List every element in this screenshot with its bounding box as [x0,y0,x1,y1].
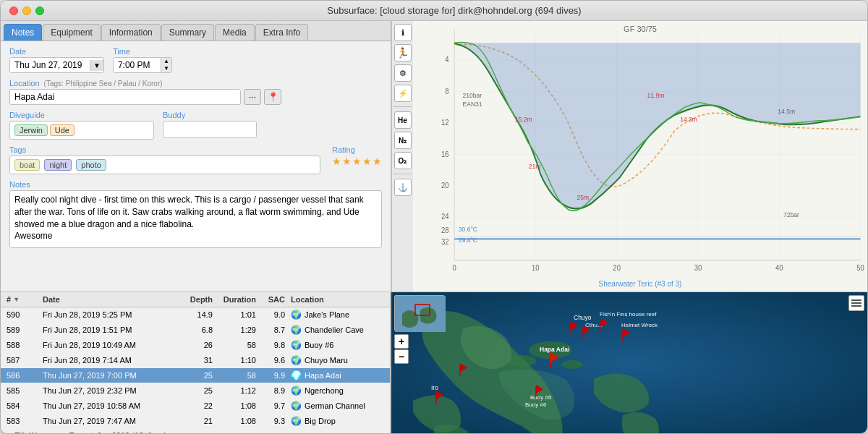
chart-section: ℹ 🏃 ⚙ ⚡ He N₂ O₂ ⚓ GF 30/75 [391,21,867,292]
rating-stars[interactable]: ★ ★ ★ ★ ★ [332,156,382,167]
svg-text:20: 20 [613,263,621,272]
dive-row-587[interactable]: 587 Fri Jun 28, 2019 7:14 AM 31 1:10 9.6… [1,353,390,368]
tab-notes[interactable]: Notes [4,24,42,41]
titlebar: Subsurface: [cloud storage for] dirk@hoh… [1,1,867,21]
map-thumbnail[interactable] [394,295,445,331]
svg-text:32: 32 [441,237,449,246]
group-label-fiji: Fiji, Wananavu Resort, Jan 2019 (16 dive… [14,431,167,433]
window-title: Subsurface: [cloud storage for] dirk@hoh… [50,5,859,16]
form-area: Date ▼ Time ▲ [1,41,391,292]
col-header-sac[interactable]: SAC [256,295,285,304]
tags-input[interactable]: boat night photo [9,156,320,174]
date-label: Date [9,47,104,56]
tabs-bar: Notes Equipment Information Summary Medi… [1,21,391,41]
main-window: Subsurface: [cloud storage for] dirk@hoh… [0,0,868,434]
location-pin-button[interactable]: 📍 [264,89,281,105]
map-menu-button[interactable] [848,295,864,311]
device-label[interactable]: Shearwater Teric (#3 of 3) [599,280,682,288]
date-input[interactable] [10,58,90,72]
col-header-num[interactable]: # ▼ [7,295,43,304]
col-header-duration[interactable]: Duration [213,295,256,304]
svg-text:15.2m: 15.2m [515,115,532,123]
close-button[interactable] [9,7,18,15]
location-label: Location [9,79,40,88]
svg-text:10: 10 [532,263,540,272]
tab-summary[interactable]: Summary [161,24,214,41]
dive-row-586[interactable]: 586 Thu Jun 27, 2019 7:00 PM 25 58 9.9 🌍… [1,368,390,383]
notes-textarea[interactable]: Really cool night dive - first time on t… [9,190,382,248]
o2-label: O₂ [394,152,412,169]
diveguide-input[interactable]: Jerwin Ude [9,121,154,140]
bottom-section: # ▼ Date Depth Duration SAC Location 590… [1,292,391,433]
tab-information[interactable]: Information [101,24,161,41]
dive-row-583[interactable]: 583 Thu Jun 27, 2019 7:47 AM 21 1:08 9.3… [1,414,390,429]
dive-list-header: # ▼ Date Depth Duration SAC Location [1,292,390,307]
svg-text:8: 8 [445,87,449,95]
svg-text:12: 12 [441,119,449,127]
dive-row-588[interactable]: 588 Fri Jun 28, 2019 10:49 AM 26 58 9.8 … [1,338,390,353]
tag-photo: photo [76,159,106,171]
tab-extra-info[interactable]: Extra Info [255,24,308,41]
time-input[interactable] [114,58,161,72]
map-svg: Chuyo Cthu... Fish'n Fins house reef Hel… [391,292,867,433]
star-3[interactable]: ★ [352,156,362,167]
star-4[interactable]: ★ [362,156,372,167]
col-header-depth[interactable]: Depth [173,295,213,304]
map-container: Chuyo Cthu... Fish'n Fins house reef Hel… [391,292,867,433]
right-panel: ℹ 🏃 ⚙ ⚡ He N₂ O₂ ⚓ GF 30/75 [391,21,867,433]
tab-media[interactable]: Media [215,24,255,41]
date-picker-button[interactable]: ▼ [90,60,103,71]
col-header-date[interactable]: Date [43,295,173,304]
right-sidebar: ℹ 🏃 ⚙ ⚡ He N₂ O₂ ⚓ [391,21,413,292]
dive-list: # ▼ Date Depth Duration SAC Location 590… [1,292,391,433]
notes-label: Notes [9,180,382,189]
svg-text:28: 28 [441,226,449,234]
buddy-input[interactable] [163,121,257,138]
svg-text:14.5m: 14.5m [778,107,795,115]
rating-group: Rating ★ ★ ★ ★ ★ [332,145,382,167]
buddy-label: Buddy [163,111,257,119]
svg-text:Cthu...: Cthu... [585,322,603,328]
maximize-button[interactable] [35,7,44,15]
svg-text:30: 30 [694,263,702,272]
time-group: Time ▲ ▼ [113,47,172,73]
sort-arrow: ▼ [13,296,20,303]
traffic-lights [9,7,44,15]
zoom-in-button[interactable]: + [394,334,409,349]
anchor-icon-btn[interactable]: ⚓ [394,179,412,196]
date-group: Date ▼ [9,47,104,73]
svg-text:Iro: Iro [431,384,438,391]
settings-icon-btn[interactable]: ⚙ [394,64,412,82]
tab-equipment[interactable]: Equipment [43,24,100,41]
time-up-button[interactable]: ▲ [161,58,171,65]
diveguide-buddy-row: Diveguide Jerwin Ude Buddy [9,111,382,140]
flash-icon-btn[interactable]: ⚡ [394,85,412,102]
svg-point-44 [561,360,583,369]
zoom-out-button[interactable]: − [394,349,409,364]
location-input[interactable] [9,89,241,105]
star-1[interactable]: ★ [332,156,341,167]
dive-row-584[interactable]: 584 Thu Jun 27, 2019 10:58 AM 22 1:08 9.… [1,399,390,414]
col-header-location[interactable]: Location [285,295,384,304]
minimize-button[interactable] [22,7,31,15]
star-5[interactable]: ★ [373,156,382,167]
location-search-button[interactable]: ··· [244,89,261,105]
star-2[interactable]: ★ [342,156,352,167]
group-chevron-fiji: ▶ [7,432,12,433]
svg-text:4: 4 [445,56,449,64]
svg-text:11.9m: 11.9m [647,92,665,100]
gf-label: GF 30/75 [624,25,657,33]
chart-area: GF 30/75 [413,21,867,292]
diveguide-label: Diveguide [9,111,154,119]
svg-text:Buoy #6: Buoy #6 [525,401,547,408]
svg-text:50: 50 [856,263,864,272]
dive-row-585[interactable]: 585 Thu Jun 27, 2019 2:32 PM 25 1:12 8.9… [1,383,390,399]
time-down-button[interactable]: ▼ [161,65,171,72]
dive-row-589[interactable]: 589 Fri Jun 28, 2019 1:51 PM 6.8 1:29 8.… [1,323,390,338]
diver-icon-btn[interactable]: 🏃 [394,44,412,61]
group-fiji[interactable]: ▶ Fiji, Wananavu Resort, Jan 2019 (16 di… [1,429,390,433]
dive-profile-svg: 4 8 12 16 20 24 28 32 0 10 20 30 40 [413,21,867,292]
info-icon-btn[interactable]: ℹ [394,24,412,41]
tag-night: night [44,159,72,171]
dive-row-590[interactable]: 590 Fri Jun 28, 2019 5:25 PM 14.9 1:01 9… [1,307,390,323]
